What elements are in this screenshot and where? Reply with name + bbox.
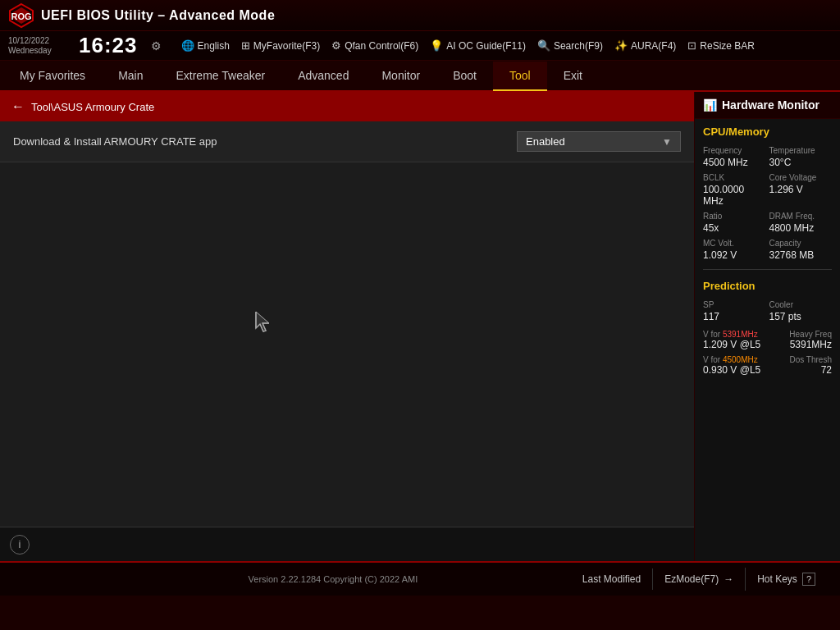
topbar-resizebar[interactable]: ⊡ ReSize BAR — [687, 39, 755, 52]
svg-text:ROG: ROG — [11, 11, 31, 21]
dram-freq-label: DRAM Freq. — [769, 208, 833, 221]
prediction-grid: SP Cooler 117 157 pts — [695, 295, 840, 327]
topbar-aioc[interactable]: 💡 AI OC Guide(F11) — [430, 39, 526, 52]
enabled-dropdown[interactable]: Enabled ▼ — [517, 131, 681, 152]
info-button[interactable]: i — [10, 535, 30, 555]
ezmode-arrow-icon: → — [724, 573, 733, 585]
favorite-icon: ⊞ — [241, 39, 250, 52]
bclk-label: BCLK — [703, 170, 766, 182]
day-text: Wednesday — [8, 46, 66, 56]
pred-4500-row: V for 4500MHz Dos Thresh 0.930 V @L5 72 — [695, 353, 840, 378]
hw-divider — [703, 269, 832, 270]
ezmode-button[interactable]: EzMode(F7) → — [652, 568, 745, 590]
topbar-items: 🌐 English ⊞ MyFavorite(F3) ⚙ Qfan Contro… — [181, 39, 756, 52]
tab-advanced[interactable]: Advanced — [281, 62, 365, 91]
ai-icon: 💡 — [430, 39, 443, 52]
time-bar: 10/12/2022 Wednesday 16:23 ⚙ 🌐 English ⊞… — [0, 31, 840, 61]
breadcrumb-bar: ← Tool\ASUS Armoury Crate — [0, 92, 694, 121]
logo-area: ROG UEFI BIOS Utility – Advanced Mode — [8, 2, 275, 29]
last-modified-label: Last Modified — [582, 573, 641, 585]
capacity-value: 32768 MB — [769, 249, 833, 261]
nav-tabs: My Favorites Main Extreme Tweaker Advanc… — [0, 61, 840, 92]
tab-boot[interactable]: Boot — [436, 62, 493, 91]
sp-value: 117 — [703, 311, 766, 322]
breadcrumb-path: Tool\ASUS Armoury Crate — [31, 101, 154, 113]
resize-icon: ⊡ — [687, 39, 696, 52]
v-4500-value: 0.930 V @L5 — [703, 364, 760, 376]
frequency-label: Frequency — [703, 143, 766, 155]
resizebar-label: ReSize BAR — [700, 40, 755, 52]
cooler-value: 157 pts — [769, 311, 833, 322]
svg-marker-3 — [256, 312, 269, 331]
footer-version: Version 2.22.1284 Copyright (C) 2022 AMI — [95, 574, 571, 584]
pred-5391-row: V for 5391MHz Heavy Freq 1.209 V @L5 539… — [695, 327, 840, 353]
footer-bar: Version 2.22.1284 Copyright (C) 2022 AMI… — [0, 561, 840, 596]
frequency-value: 4500 MHz — [703, 157, 766, 168]
hw-monitor-title: Hardware Monitor — [722, 98, 819, 112]
mc-volt-label: MC Volt. — [703, 235, 766, 248]
language-label: English — [198, 40, 230, 52]
dos-thresh-label: Dos Thresh — [789, 355, 832, 364]
search-icon: 🔍 — [537, 39, 550, 52]
tab-tool[interactable]: Tool — [493, 62, 547, 91]
topbar-language[interactable]: 🌐 English — [181, 39, 230, 52]
temperature-label: Temperature — [769, 143, 833, 155]
ratio-value: 45x — [703, 222, 766, 234]
tab-extreme-tweaker[interactable]: Extreme Tweaker — [159, 62, 281, 91]
topbar-aura[interactable]: ✨ AURA(F4) — [614, 39, 676, 52]
content-area: ← Tool\ASUS Armoury Crate Download & Ins… — [0, 92, 694, 561]
heavy-freq-label: Heavy Freq — [789, 330, 832, 339]
main-layout: ← Tool\ASUS Armoury Crate Download & Ins… — [0, 92, 840, 561]
clock-display: 16:23 — [79, 33, 138, 58]
cursor — [254, 310, 274, 336]
last-modified-button[interactable]: Last Modified — [571, 568, 652, 590]
bios-title: UEFI BIOS Utility – Advanced Mode — [41, 8, 275, 23]
v-5391-value: 1.209 V @L5 — [703, 339, 760, 350]
myfavorite-label: MyFavorite(F3) — [253, 40, 320, 52]
freq-5391-highlight: 5391MHz — [723, 330, 758, 339]
date-block: 10/12/2022 Wednesday — [8, 36, 66, 56]
hw-monitor-header: 📊 Hardware Monitor — [695, 92, 840, 119]
dropdown-arrow-icon: ▼ — [662, 136, 672, 148]
tab-my-favorites[interactable]: My Favorites — [3, 62, 102, 91]
hw-monitor-panel: 📊 Hardware Monitor CPU/Memory Frequency … — [694, 92, 840, 561]
topbar-qfan[interactable]: ⚙ Qfan Control(F6) — [331, 39, 418, 52]
dos-thresh-value: 72 — [821, 364, 832, 376]
setting-row: Download & Install ARMOURY CRATE app Ena… — [0, 121, 694, 162]
cooler-label: Cooler — [769, 297, 833, 309]
date-text: 10/12/2022 — [8, 36, 66, 46]
cpu-memory-grid: Frequency Temperature 4500 MHz 30°C BCLK… — [695, 141, 840, 266]
prediction-section-title: Prediction — [695, 273, 840, 295]
freq-4500-highlight: 4500MHz — [723, 355, 758, 364]
aura-icon: ✨ — [614, 39, 628, 52]
tab-exit[interactable]: Exit — [547, 62, 599, 91]
clock-settings-icon[interactable]: ⚙ — [151, 39, 162, 52]
dram-freq-value: 4800 MHz — [769, 222, 833, 234]
aura-label: AURA(F4) — [631, 40, 676, 52]
header-bar: ROG UEFI BIOS Utility – Advanced Mode — [0, 0, 840, 31]
hotkeys-button[interactable]: Hot Keys ? — [745, 568, 827, 591]
tab-monitor[interactable]: Monitor — [365, 62, 436, 91]
topbar-myfavorite[interactable]: ⊞ MyFavorite(F3) — [241, 39, 320, 52]
hotkeys-question-icon: ? — [802, 573, 815, 586]
globe-icon: 🌐 — [181, 39, 194, 52]
topbar-search[interactable]: 🔍 Search(F9) — [537, 39, 603, 52]
search-label: Search(F9) — [554, 40, 603, 52]
footer-buttons: Last Modified EzMode(F7) → Hot Keys ? — [571, 568, 827, 591]
mc-volt-value: 1.092 V — [703, 249, 766, 261]
temperature-value: 30°C — [769, 157, 833, 168]
hw-monitor-icon: 📊 — [703, 98, 717, 112]
breadcrumb-back-button[interactable]: ← — [11, 99, 25, 114]
dropdown-value: Enabled — [526, 135, 565, 148]
tab-main[interactable]: Main — [102, 62, 159, 91]
setting-label: Download & Install ARMOURY CRATE app — [13, 135, 517, 148]
sp-label: SP — [703, 297, 766, 309]
ezmode-label: EzMode(F7) — [664, 573, 719, 585]
capacity-label: Capacity — [769, 235, 833, 248]
core-voltage-value: 1.296 V — [769, 184, 833, 207]
ratio-label: Ratio — [703, 208, 766, 221]
empty-content-area — [0, 162, 694, 527]
bclk-value: 100.0000 MHz — [703, 184, 766, 207]
qfan-label: Qfan Control(F6) — [345, 40, 418, 52]
fan-icon: ⚙ — [331, 39, 341, 52]
